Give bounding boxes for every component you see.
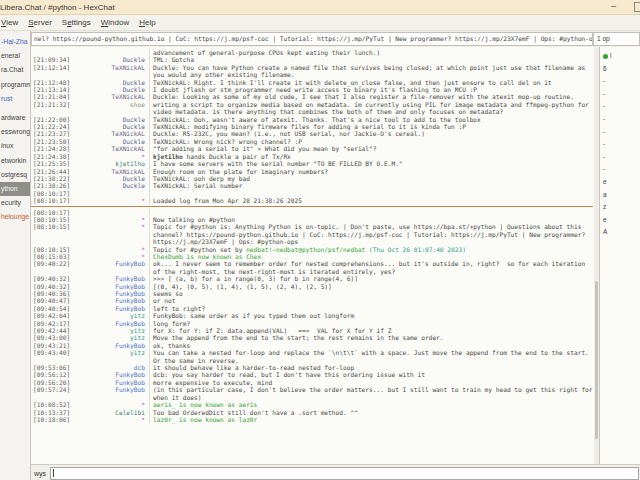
menu-help[interactable]: Help [134,18,160,27]
user-item[interactable]: a [600,189,640,202]
message-text: or not [149,297,593,304]
timestamp: [10:13:37] [31,409,71,416]
nick: Duckle [71,56,149,63]
user-list[interactable]: l6--------eazeA [600,47,640,464]
nick: FunkyBob [71,379,149,386]
user-item[interactable]: - [600,113,640,126]
chat-scrollbar-handle[interactable] [595,281,598,439]
chat-line: [09:40:22]FunkyBobok... I never seem to … [31,260,593,275]
message-text: writing a script to organize media based… [149,101,593,116]
message-text: "for adding a serial to it" > What did y… [149,145,593,152]
window-title: Libera.Chat / #python - HexChat [0,3,115,12]
chat-line: [21:21:32]shoewriting a script to organi… [31,101,593,116]
maximize-button[interactable] [634,2,640,12]
timestamp: [09:43:21] [31,342,71,349]
tree-item-etworkin[interactable]: etworkin [0,154,30,168]
nick: FunkyBob [71,290,149,297]
user-item[interactable]: - [600,163,640,176]
own-nick-label[interactable]: wys [31,470,50,477]
chat-line: [21:22:24]DuckleTeXNickAL: modifying bin… [31,123,593,130]
chat-line: [10:13:37]CelelibiToo bad OrderedDict st… [31,409,593,416]
tree-item-ecurity[interactable]: ecurity [0,196,30,210]
op-dot-icon [603,54,608,59]
user-item[interactable]: 6 [600,63,640,76]
user-item[interactable]: e [600,176,640,189]
chat-line: [09:42:04]yitzFunkyBob: same order as if… [31,312,593,319]
chat-line: [21:13:14]DuckleI doubt jflash or stm_pr… [31,86,593,93]
nick: * [71,153,149,160]
user-item[interactable]: - [600,75,640,88]
user-item[interactable]: - [600,126,640,139]
chat-line: [09:57:24]FunkyBob(in this particular ca… [31,386,593,401]
message-text [149,209,593,216]
message-text: Loaded log from Mon Apr 28 21:38:26 2025 [149,197,593,204]
nick: Celelibi [71,409,149,416]
nick: TeXNickAL [71,93,149,100]
message-text: FunkyBob: same order as if you typed the… [149,312,593,319]
timestamp: [10:18:06] [31,416,71,423]
unread-marker [31,206,593,208]
message-text: dcb: you say harder to read, but I don't… [149,371,593,378]
tree-item-helounge[interactable]: helounge [0,210,30,224]
channel-tree[interactable]: -Hal-Zhaeneralra.Chatprogrammrustardware… [0,31,30,480]
timestamp: [21:26:44] [31,168,71,175]
message-text: Too bad OrderedDict still don't have a .… [149,409,593,416]
message-input[interactable] [50,467,639,480]
tree-item-ostgresq[interactable]: ostgresq [0,168,30,182]
chat-line: [09:56:12]FunkyBobdcb: you say harder to… [31,371,593,378]
timestamp: [08:10:17] [31,197,71,204]
tree-item-ython[interactable]: ython [0,182,30,196]
nick: FunkyBob [71,371,149,378]
nick: FunkyBob [71,320,149,327]
nick: * [71,246,149,253]
message-text: ChexDumb is now known as Chex [149,253,593,260]
timestamp: [09:42:44] [31,327,71,334]
nick: Duckle [71,79,149,86]
chat-line: [21:21:04]TeXNickALDuckle: Looking as so… [31,93,593,100]
tree-item-rust[interactable]: rust [0,92,30,106]
title-bar[interactable]: Libera.Chat / #python - HexChat – [0,0,640,15]
user-item[interactable]: - [600,138,640,151]
tree-item-ardware[interactable]: ardware [0,111,30,125]
user-item[interactable]: l [600,50,640,63]
chat-line: advancement of general-purpose CPUs kept… [31,49,593,56]
timestamp: [09:40:36] [31,290,71,297]
user-item[interactable]: - [600,151,640,164]
topic-row: nel? https://pound-python.github.io | Co… [31,31,640,47]
timestamp: [08:15:03] [31,253,71,260]
user-item[interactable]: - [600,100,640,113]
menu-settings[interactable]: Settings [57,18,96,27]
timestamp: [21:38:26] [31,182,71,189]
nick: Duckle [71,116,149,123]
timestamp: [09:40:32] [31,275,71,282]
timestamp: [09:40:54] [31,305,71,312]
nick [71,190,149,197]
chat-line: [21:23:50]DuckleTeXNickAL: Wrong nick? w… [31,138,593,145]
user-item[interactable]: - [600,88,640,101]
message-text: TeXNickAL: Right. I think I'll create it… [149,79,593,86]
topic-input[interactable]: nel? https://pound-python.github.io | Co… [31,32,593,46]
chat-pane[interactable]: advancement of general-purpose CPUs kept… [31,47,599,464]
user-item[interactable]: A [600,226,640,239]
menu-window[interactable]: Window [96,18,134,27]
message-text: morre expensive to execute, mind [149,379,593,386]
chat-line: [21:24:30]*kjetilho hands Duckle a pair … [31,153,593,160]
user-item[interactable]: e [600,214,640,227]
minimize-button[interactable]: – [611,0,616,13]
user-item[interactable]: z [600,201,640,214]
tree-item-rachat[interactable]: ra.Chat [0,63,30,77]
tree-item-programm[interactable]: programm [0,78,30,92]
chat-line: [08:10:15]*Topic for #python set by nedb… [31,246,593,253]
timestamp: [21:23:27] [31,130,71,137]
message-text: I have some servers with the serial numb… [149,160,593,167]
timestamp: [21:24:30] [31,153,71,160]
timestamp: [09:56:20] [31,379,71,386]
tree-item-esswrong[interactable]: esswrong [0,125,30,139]
tree-item-eneral[interactable]: eneral [0,49,30,63]
timestamp: [21:12:48] [31,79,71,86]
menu-server[interactable]: Server [23,18,57,27]
tree-item-halzha[interactable]: -Hal-Zha [0,35,30,49]
tree-item-inux[interactable]: inux [0,139,30,153]
chat-scrollbar[interactable] [594,47,599,464]
menu-view[interactable]: View [0,18,23,27]
